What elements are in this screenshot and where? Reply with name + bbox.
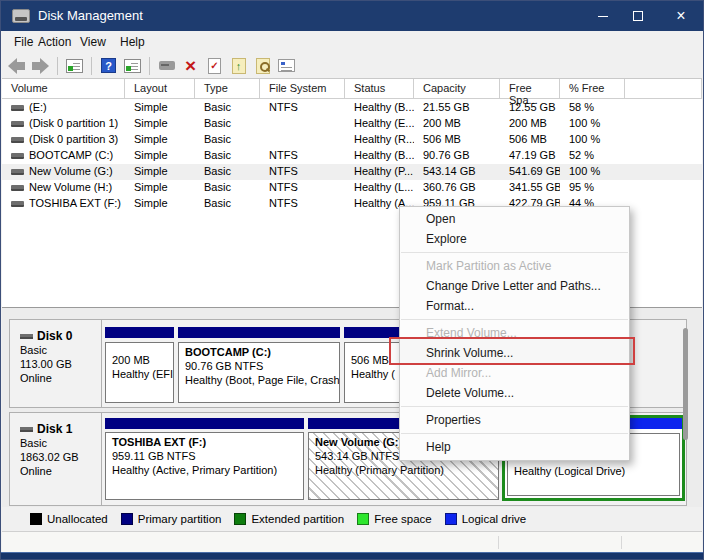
menu-action[interactable]: Action <box>38 35 71 49</box>
console-window-button[interactable] <box>156 56 177 76</box>
cell-type: Basic <box>195 164 260 180</box>
toolbar-separator <box>57 57 58 75</box>
delete-x-icon: × <box>185 57 196 75</box>
legend-label: Primary partition <box>138 513 222 525</box>
table-row[interactable]: (Disk 0 partition 1) Simple Basic Health… <box>2 116 702 132</box>
partition-toshiba[interactable]: TOSHIBA EXT (F:) 959.11 GB NTFS Healthy … <box>105 413 304 505</box>
cell-free: 12.55 GB <box>500 100 560 116</box>
disk-1-label[interactable]: Disk 1 Basic 1863.02 GB Online <box>10 413 102 505</box>
disk-type: Basic <box>20 343 101 357</box>
close-icon: × <box>676 7 685 25</box>
cell-layout: Simple <box>125 100 195 116</box>
disk-size: 113.00 GB <box>20 357 101 371</box>
col-pct-free[interactable]: % Free <box>560 79 625 99</box>
cell-capacity: 21.55 GB <box>414 100 500 116</box>
table-row[interactable]: BOOTCAMP (C:) Simple Basic NTFS Healthy … <box>2 148 702 164</box>
menu-item-help[interactable]: Help <box>400 437 629 457</box>
logical-drive-swatch <box>445 513 457 525</box>
col-volume[interactable]: Volume <box>2 79 125 99</box>
close-button[interactable]: × <box>659 1 703 31</box>
cell-capacity: 360.76 GB <box>414 180 500 196</box>
menu-item-format[interactable]: Format... <box>400 296 629 316</box>
find-button[interactable] <box>252 56 273 76</box>
toolbar-separator <box>91 57 92 75</box>
cell-type: Basic <box>195 196 260 212</box>
cell-type: Basic <box>195 132 260 148</box>
partition-size: 90.76 GB NTFS <box>185 359 339 373</box>
context-menu: Open Explore Mark Partition as Active Ch… <box>399 206 630 461</box>
col-capacity[interactable]: Capacity <box>414 79 500 99</box>
pane-scrollbar[interactable] <box>683 328 688 440</box>
table-row[interactable]: (E:) Simple Basic NTFS Healthy (B... 21.… <box>2 100 702 116</box>
console-tree-icon <box>66 59 83 73</box>
partition-color-bar <box>105 418 304 429</box>
cell-layout: Simple <box>125 148 195 164</box>
partition-size: 200 MB <box>112 353 173 367</box>
col-free-space[interactable]: Free Spa... <box>500 79 560 99</box>
col-file-system[interactable]: File System <box>260 79 345 99</box>
cell-status: Healthy (L... <box>345 180 414 196</box>
statusbar-separator <box>621 536 622 549</box>
cell-pct: 100 % <box>560 164 625 180</box>
menu-item-explore[interactable]: Explore <box>400 229 629 249</box>
export-button[interactable]: ↑ <box>228 56 249 76</box>
show-hide-icon <box>124 59 141 73</box>
table-row[interactable]: (Disk 0 partition 3) Simple Basic Health… <box>2 132 702 148</box>
cell-pct: 58 % <box>560 100 625 116</box>
col-status[interactable]: Status <box>345 79 414 99</box>
partition-status: Healthy (Primary Partition) <box>315 463 498 477</box>
primary-partition-swatch <box>121 513 133 525</box>
disk-size: 1863.02 GB <box>20 450 101 464</box>
delete-button[interactable]: × <box>180 56 201 76</box>
menu-help[interactable]: Help <box>120 35 145 49</box>
col-layout[interactable]: Layout <box>125 79 195 99</box>
console-tree-button[interactable] <box>64 56 85 76</box>
menu-separator <box>401 433 628 434</box>
col-type[interactable]: Type <box>195 79 260 99</box>
table-row-selected[interactable]: New Volume (G:) Simple Basic NTFS Health… <box>2 164 702 180</box>
free-space-swatch <box>357 513 369 525</box>
cell-layout: Simple <box>125 116 195 132</box>
menu-separator <box>401 319 628 320</box>
disk-status: Online <box>20 371 101 385</box>
menu-item-change-drive-letter[interactable]: Change Drive Letter and Paths... <box>400 276 629 296</box>
cell-layout: Simple <box>125 132 195 148</box>
partition-bootcamp[interactable]: BOOTCAMP (C:) 90.76 GB NTFS Healthy (Boo… <box>178 320 340 407</box>
cell-status: Healthy (R... <box>345 132 414 148</box>
help-button[interactable]: ? <box>98 56 119 76</box>
cell-pct: 52 % <box>560 148 625 164</box>
cell-fs <box>260 132 345 148</box>
back-button[interactable] <box>6 56 27 76</box>
properties-button[interactable] <box>276 56 297 76</box>
window-title: Disk Management <box>38 8 143 23</box>
menu-separator <box>401 252 628 253</box>
volume-icon <box>11 169 24 175</box>
partition-efi[interactable]: 200 MB Healthy (EFI <box>105 320 174 407</box>
partition-status: Healthy (Logical Drive) <box>514 464 679 478</box>
menu-view[interactable]: View <box>80 35 106 49</box>
volume-icon <box>11 105 24 111</box>
disk-0-label[interactable]: Disk 0 Basic 113.00 GB Online <box>10 320 102 407</box>
disk-management-window: Disk Management × File Action View Help … <box>0 0 704 560</box>
cell-volume: BOOTCAMP (C:) <box>29 149 113 161</box>
cell-status: Healthy (B... <box>345 148 414 164</box>
menu-item-properties[interactable]: Properties <box>400 410 629 430</box>
extended-partition-swatch <box>234 513 246 525</box>
statusbar-separator <box>498 536 499 549</box>
show-hide-button[interactable] <box>122 56 143 76</box>
forward-button[interactable] <box>30 56 51 76</box>
cell-pct: 100 % <box>560 116 625 132</box>
partition-status: Healthy (Boot, Page File, Crash <box>185 373 339 387</box>
status-bar <box>2 531 702 552</box>
disk-type: Basic <box>20 436 101 450</box>
magnifier-icon <box>256 58 270 74</box>
set-active-button[interactable]: ✓ <box>204 56 225 76</box>
table-row[interactable]: New Volume (H:) Simple Basic NTFS Health… <box>2 180 702 196</box>
cell-fs: NTFS <box>260 180 345 196</box>
disk-name: Disk 0 <box>37 329 72 343</box>
menu-item-open[interactable]: Open <box>400 209 629 229</box>
menu-file[interactable]: File <box>14 35 33 49</box>
maximize-button[interactable] <box>616 1 660 31</box>
menu-item-delete-volume[interactable]: Delete Volume... <box>400 383 629 403</box>
check-document-icon: ✓ <box>208 58 221 74</box>
